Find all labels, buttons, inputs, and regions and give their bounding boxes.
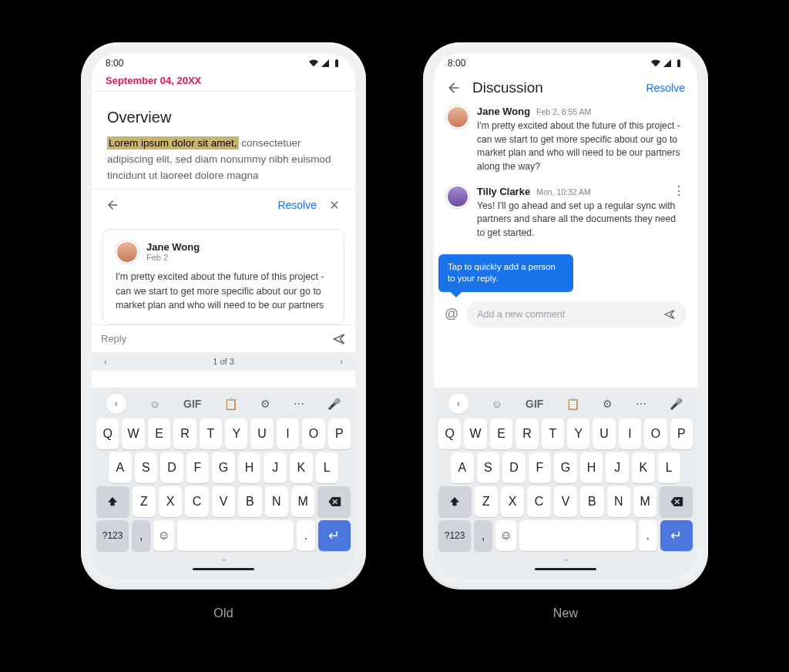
- key-e[interactable]: E: [148, 418, 170, 449]
- key-r[interactable]: R: [515, 418, 538, 449]
- key-n[interactable]: N: [265, 486, 288, 517]
- comma-key[interactable]: ,: [474, 520, 492, 551]
- key-n[interactable]: N: [607, 486, 630, 517]
- back-button[interactable]: [99, 192, 126, 218]
- key-w[interactable]: W: [122, 418, 144, 449]
- key-y[interactable]: Y: [567, 418, 589, 449]
- kbd-chevron[interactable]: ⌄: [437, 553, 694, 563]
- comma-key[interactable]: ,: [132, 520, 150, 551]
- enter-key[interactable]: ↵: [660, 520, 693, 551]
- key-p[interactable]: P: [670, 418, 693, 449]
- key-v[interactable]: V: [212, 486, 235, 517]
- emoji-key[interactable]: ☺: [153, 520, 174, 551]
- home-indicator[interactable]: [95, 563, 352, 574]
- gear-icon[interactable]: ⚙: [260, 398, 270, 410]
- mention-button[interactable]: @: [445, 306, 458, 322]
- more-icon[interactable]: ⋯: [636, 398, 646, 410]
- key-o[interactable]: O: [302, 418, 324, 449]
- key-u[interactable]: U: [250, 418, 273, 449]
- key-y[interactable]: Y: [225, 418, 247, 449]
- key-l[interactable]: L: [658, 452, 681, 483]
- backspace-key[interactable]: [660, 486, 693, 517]
- key-s[interactable]: S: [135, 452, 158, 483]
- home-indicator[interactable]: [437, 563, 694, 574]
- key-j[interactable]: J: [264, 452, 287, 483]
- mic-icon[interactable]: 🎤: [327, 398, 341, 410]
- key-k[interactable]: K: [290, 452, 313, 483]
- key-m[interactable]: M: [633, 486, 656, 517]
- send-button[interactable]: [332, 332, 346, 346]
- key-f[interactable]: F: [529, 452, 552, 483]
- key-p[interactable]: P: [328, 418, 351, 449]
- key-a[interactable]: A: [109, 452, 132, 483]
- key-f[interactable]: F: [186, 452, 210, 483]
- keyboard[interactable]: ‹ ☺ GIF 📋 ⚙ ⋯ 🎤 QWERTYUIOP ASDFGHJKL: [434, 388, 697, 579]
- key-o[interactable]: O: [644, 418, 666, 449]
- key-k[interactable]: K: [632, 452, 655, 483]
- thread-message[interactable]: Jane Wong Feb 2, 8:55 AM I'm pretty exci…: [446, 106, 685, 174]
- close-button[interactable]: [321, 192, 347, 218]
- clipboard-icon[interactable]: 📋: [224, 398, 237, 410]
- key-t[interactable]: T: [200, 418, 222, 449]
- key-z[interactable]: Z: [475, 486, 498, 517]
- message-menu[interactable]: ⋮: [668, 185, 685, 197]
- shift-key[interactable]: [96, 486, 129, 517]
- enter-key[interactable]: ↵: [318, 520, 351, 551]
- kbd-collapse[interactable]: ‹: [106, 394, 126, 414]
- more-icon[interactable]: ⋯: [294, 398, 304, 410]
- key-c[interactable]: C: [185, 486, 208, 517]
- comment-input[interactable]: Add a new comment: [466, 301, 687, 328]
- back-button[interactable]: [446, 80, 462, 96]
- key-q[interactable]: Q: [96, 418, 119, 449]
- backspace-key[interactable]: [317, 486, 351, 517]
- key-r[interactable]: R: [173, 418, 196, 449]
- reply-input[interactable]: Reply: [101, 333, 126, 344]
- highlighted-text[interactable]: Lorem ipsum dolor sit amet,: [107, 136, 239, 150]
- emoji-key[interactable]: ☺: [495, 520, 516, 551]
- key-h[interactable]: H: [580, 452, 603, 483]
- key-e[interactable]: E: [490, 418, 512, 449]
- key-j[interactable]: J: [606, 452, 629, 483]
- sticker-icon[interactable]: ☺: [149, 398, 160, 410]
- key-g[interactable]: G: [554, 452, 577, 483]
- key-a[interactable]: A: [451, 452, 474, 483]
- key-u[interactable]: U: [593, 418, 615, 449]
- space-key[interactable]: [519, 520, 635, 551]
- space-key[interactable]: [177, 520, 293, 551]
- key-s[interactable]: S: [477, 452, 500, 483]
- key-v[interactable]: V: [554, 486, 577, 517]
- shift-key[interactable]: [438, 486, 472, 517]
- prev-comment[interactable]: ‹: [104, 357, 107, 366]
- doc-body[interactable]: Overview Lorem ipsum dolor sit amet, con…: [92, 92, 355, 189]
- key-b[interactable]: B: [580, 486, 603, 517]
- key-h[interactable]: H: [238, 452, 261, 483]
- key-b[interactable]: B: [238, 486, 261, 517]
- key-w[interactable]: W: [464, 418, 486, 449]
- gif-button[interactable]: GIF: [183, 398, 201, 410]
- key-i[interactable]: I: [619, 418, 641, 449]
- key-d[interactable]: D: [160, 452, 183, 483]
- key-g[interactable]: G: [212, 452, 235, 483]
- mic-icon[interactable]: 🎤: [670, 398, 683, 410]
- period-key[interactable]: .: [639, 520, 657, 551]
- key-x[interactable]: X: [501, 486, 524, 517]
- key-x[interactable]: X: [159, 486, 182, 517]
- key-q[interactable]: Q: [438, 418, 461, 449]
- key-z[interactable]: Z: [133, 486, 156, 517]
- sticker-icon[interactable]: ☺: [492, 398, 502, 410]
- resolve-button[interactable]: Resolve: [277, 199, 317, 211]
- thread-message[interactable]: Tilly Clarke Mon, 10:32 AM ⋮ Yes! I'll g…: [446, 185, 685, 240]
- symbols-key[interactable]: ?123: [438, 520, 471, 551]
- comment-card[interactable]: Jane Wong Feb 2 I'm pretty excited about…: [102, 229, 344, 324]
- clipboard-icon[interactable]: 📋: [566, 398, 579, 410]
- gear-icon[interactable]: ⚙: [603, 398, 613, 410]
- period-key[interactable]: .: [297, 520, 315, 551]
- key-l[interactable]: L: [316, 452, 339, 483]
- gif-button[interactable]: GIF: [525, 398, 543, 410]
- key-c[interactable]: C: [527, 486, 550, 517]
- key-t[interactable]: T: [542, 418, 564, 449]
- kbd-chevron[interactable]: ⌄: [95, 553, 352, 563]
- next-comment[interactable]: ›: [340, 357, 343, 366]
- send-button[interactable]: [663, 308, 676, 321]
- key-m[interactable]: M: [291, 486, 314, 517]
